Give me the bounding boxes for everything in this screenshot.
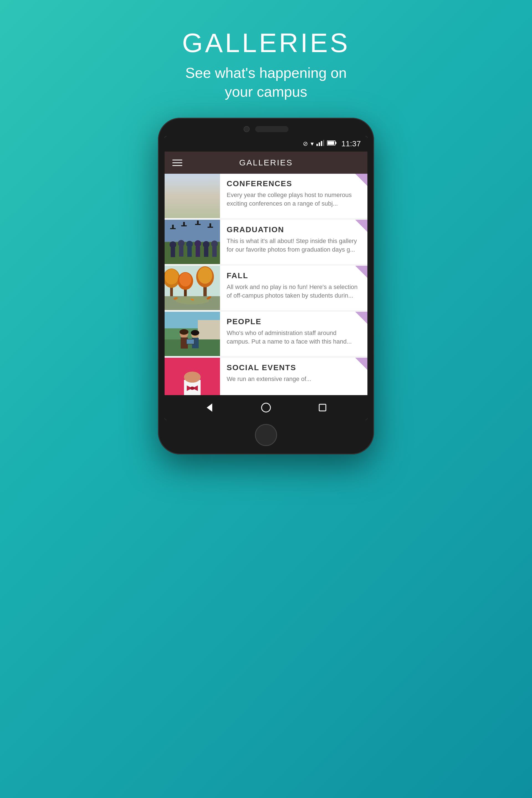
svg-rect-1	[319, 142, 320, 146]
no-signal-icon: ⊘	[303, 140, 308, 147]
status-bar: ⊘ ▾	[165, 136, 367, 152]
gallery-title-conferences: CONFERENCES	[227, 179, 361, 188]
svg-rect-15	[188, 191, 189, 197]
svg-point-11	[187, 178, 192, 183]
svg-rect-2	[321, 141, 322, 146]
svg-rect-32	[204, 247, 208, 257]
hamburger-menu-icon[interactable]	[172, 159, 182, 166]
phone-speaker	[255, 126, 288, 132]
ribbon-corner-conferences	[355, 174, 367, 186]
svg-rect-9	[165, 202, 220, 218]
svg-rect-39	[195, 224, 201, 225]
svg-point-74	[190, 386, 194, 390]
svg-point-25	[178, 240, 185, 247]
gallery-content-graduation: GRADUATION This is what it's all about! …	[220, 220, 367, 264]
gallery-content-conferences: CONFERENCES Every year the college plays…	[220, 174, 367, 218]
status-icons: ⊘ ▾	[303, 139, 361, 148]
svg-rect-69	[187, 339, 194, 344]
svg-rect-28	[187, 247, 192, 257]
svg-rect-19	[178, 196, 184, 200]
svg-rect-30	[196, 246, 200, 257]
recents-button[interactable]	[314, 399, 331, 416]
svg-rect-20	[201, 193, 214, 202]
svg-rect-79	[319, 404, 326, 411]
svg-rect-26	[179, 246, 184, 256]
phone-camera	[244, 126, 250, 132]
ribbon-corner-graduation	[355, 220, 367, 232]
gallery-image-people	[165, 312, 220, 356]
hamburger-line-1	[172, 159, 182, 160]
signal-icon	[317, 140, 324, 148]
svg-rect-61	[198, 320, 220, 339]
svg-rect-36	[172, 225, 174, 228]
svg-point-31	[203, 241, 209, 248]
phone-home-physical-button[interactable]	[255, 424, 277, 446]
home-button[interactable]	[258, 399, 274, 416]
svg-point-33	[211, 241, 218, 247]
svg-rect-10	[173, 176, 201, 196]
gallery-title-graduation: GRADUATION	[227, 225, 361, 234]
gallery-title-people: PEOPLE	[227, 317, 361, 326]
status-time: 11:37	[341, 139, 361, 148]
svg-point-53	[198, 267, 212, 284]
svg-rect-24	[171, 247, 175, 257]
phone-screen: ⊘ ▾	[165, 136, 367, 420]
gallery-image-social	[165, 358, 220, 395]
svg-rect-13	[186, 184, 188, 185]
svg-rect-34	[212, 247, 217, 257]
svg-rect-7	[165, 174, 220, 218]
gallery-desc-graduation: This is what it's all about! Step inside…	[227, 237, 361, 254]
gallery-title-fall: FALL	[227, 271, 361, 280]
ribbon-corner-fall	[355, 266, 367, 278]
phone-bottom-bar	[165, 424, 367, 446]
gallery-item-people[interactable]: PEOPLE Who's who of administration staff…	[165, 312, 367, 356]
ribbon-corner-people	[355, 312, 367, 324]
svg-rect-12	[188, 183, 191, 191]
svg-marker-77	[207, 403, 212, 412]
gallery-image-fall	[165, 266, 220, 310]
battery-icon	[327, 140, 336, 147]
svg-rect-16	[190, 191, 191, 197]
gallery-item-conferences[interactable]: CONFERENCES Every year the college plays…	[165, 174, 367, 218]
svg-rect-6	[327, 141, 334, 145]
gallery-list: CONFERENCES Every year the college plays…	[165, 174, 367, 395]
bottom-nav	[165, 395, 367, 420]
gallery-content-social: SOCIAL EVENTS We run an extensive range …	[220, 358, 367, 395]
svg-rect-5	[335, 142, 336, 144]
page-header: GALLERIES See what's happening onyour ca…	[182, 28, 350, 101]
svg-point-47	[165, 269, 178, 285]
svg-point-29	[194, 240, 201, 247]
gallery-content-people: PEOPLE Who's who of administration staff…	[220, 312, 367, 356]
gallery-image-graduation	[165, 220, 220, 264]
gallery-desc-fall: All work and no play is no fun! Here's a…	[227, 283, 361, 300]
svg-rect-41	[208, 227, 213, 228]
gallery-item-fall[interactable]: FALL All work and no play is no fun! Her…	[165, 266, 367, 310]
ribbon-corner-social	[355, 358, 367, 370]
app-bar: GALLERIES	[165, 152, 367, 174]
gallery-item-social-events[interactable]: SOCIAL EVENTS We run an extensive range …	[165, 358, 367, 395]
gallery-desc-social: We run an extensive range of...	[227, 375, 361, 383]
svg-rect-18	[167, 194, 176, 200]
svg-rect-38	[183, 222, 185, 225]
page-title: GALLERIES	[182, 28, 350, 58]
svg-rect-40	[197, 221, 199, 224]
svg-rect-14	[191, 184, 193, 185]
svg-rect-17	[165, 200, 220, 202]
svg-point-67	[191, 330, 199, 336]
svg-point-50	[179, 273, 191, 286]
hamburger-line-3	[172, 165, 182, 166]
phone-frame: ⊘ ▾	[158, 118, 374, 454]
svg-rect-42	[209, 223, 211, 227]
gallery-image-conferences	[165, 174, 220, 218]
svg-point-78	[262, 403, 270, 412]
svg-rect-37	[181, 225, 187, 226]
svg-rect-8	[165, 174, 220, 202]
svg-rect-0	[317, 144, 318, 146]
wifi-icon: ▾	[310, 140, 314, 147]
gallery-item-graduation[interactable]: GRADUATION This is what it's all about! …	[165, 220, 367, 264]
phone-top-bar	[165, 126, 367, 132]
back-button[interactable]	[201, 399, 218, 416]
page-subtitle: See what's happening onyour campus	[182, 64, 350, 101]
svg-point-23	[170, 241, 176, 248]
svg-point-27	[186, 241, 193, 247]
